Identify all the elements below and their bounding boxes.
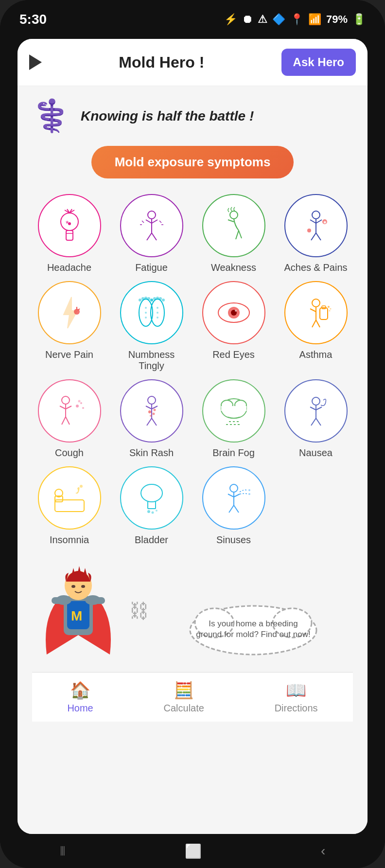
red-eyes-label: Red Eyes xyxy=(212,349,255,360)
svg-line-81 xyxy=(147,418,152,425)
directions-icon: 📖 xyxy=(286,680,306,700)
svg-line-22 xyxy=(239,230,242,238)
svg-line-112 xyxy=(228,494,234,497)
svg-line-97 xyxy=(311,418,316,425)
symptom-cough[interactable]: Cough xyxy=(32,379,106,459)
svg-point-57 xyxy=(312,299,320,307)
svg-text:ground for mold? Find out now!: ground for mold? Find out now! xyxy=(196,630,310,639)
svg-point-75 xyxy=(78,400,80,403)
svg-line-14 xyxy=(152,233,157,240)
svg-point-47 xyxy=(145,307,147,309)
svg-line-82 xyxy=(152,418,157,425)
nav-calculate[interactable]: 🧮 Calculate xyxy=(164,680,204,714)
home-label: Home xyxy=(67,703,93,714)
symptom-weakness[interactable]: Weakness xyxy=(196,194,271,273)
phone-frame: 5:30 ⚡ ⏺ ⚠ 🔷 📍 📶 79% 🔋 Mold Hero ! Ask H… xyxy=(0,0,385,868)
directions-label: Directions xyxy=(275,703,318,714)
promo-section[interactable]: M xyxy=(32,557,353,664)
svg-point-42 xyxy=(150,299,153,301)
svg-line-114 xyxy=(229,505,234,513)
home-icon: 🏠 xyxy=(70,680,90,700)
svg-line-17 xyxy=(159,221,161,223)
svg-point-73 xyxy=(76,405,79,407)
symptom-numbness[interactable]: Numbness Tingly xyxy=(114,281,189,372)
recent-apps-icon[interactable]: ⦀ xyxy=(60,843,66,859)
svg-line-59 xyxy=(310,309,316,312)
symptom-fatigue[interactable]: Fatigue xyxy=(114,194,189,273)
svg-line-113 xyxy=(234,494,240,497)
play-icon[interactable] xyxy=(29,54,42,70)
symptom-sinuses[interactable]: Sinuses xyxy=(196,466,271,546)
svg-point-93 xyxy=(312,397,320,405)
bottom-nav: 🏠 Home 🧮 Calculate 📖 Directions xyxy=(32,672,353,722)
symptom-skin-rash[interactable]: Skin Rash xyxy=(114,379,189,459)
svg-point-48 xyxy=(145,312,147,314)
svg-text:*: * xyxy=(66,220,69,228)
svg-point-31 xyxy=(307,229,311,232)
svg-point-76 xyxy=(82,407,84,409)
hero-section: ⚕️ Knowing is half the battle ! xyxy=(32,98,353,134)
symptoms-grid: * Headache xyxy=(32,194,353,546)
calculate-icon: 🧮 xyxy=(174,680,194,700)
svg-point-51 xyxy=(157,312,158,314)
symptom-nerve-pain[interactable]: Nerve Pain xyxy=(32,281,106,372)
numbness-label: Numbness Tingly xyxy=(114,349,189,372)
symptom-headache[interactable]: * Headache xyxy=(32,194,106,273)
svg-point-64 xyxy=(328,306,330,308)
svg-point-56 xyxy=(235,310,237,312)
battery-text: 79% xyxy=(326,13,348,26)
system-nav: ⦀ ⬜ ‹ xyxy=(0,834,385,868)
svg-line-11 xyxy=(146,220,152,223)
svg-line-98 xyxy=(316,418,321,425)
svg-text:M: M xyxy=(71,608,82,623)
svg-point-50 xyxy=(157,307,158,309)
bluetooth-icon: 🔷 xyxy=(272,13,285,26)
svg-point-0 xyxy=(61,213,78,230)
status-icons: ⚡ ⏺ ⚠ 🔷 📍 📶 79% 🔋 xyxy=(224,13,366,26)
aches-label: Aches & Pains xyxy=(284,262,347,273)
svg-line-25 xyxy=(310,220,316,223)
svg-line-28 xyxy=(316,233,321,240)
svg-point-85 xyxy=(150,415,152,417)
svg-line-13 xyxy=(147,233,152,240)
weakness-label: Weakness xyxy=(211,262,256,273)
symptoms-button[interactable]: Mold exposure symptoms xyxy=(91,146,294,178)
symptom-insomnia[interactable]: Insomnia xyxy=(32,466,106,546)
home-system-icon[interactable]: ⬜ xyxy=(185,843,202,859)
back-icon[interactable]: ‹ xyxy=(321,843,325,859)
svg-line-27 xyxy=(311,233,316,240)
symptom-aches[interactable]: ✱ Aches & Pains xyxy=(279,194,353,273)
svg-text:Is your home a breeding: Is your home a breeding xyxy=(209,619,298,628)
svg-point-116 xyxy=(248,489,250,491)
svg-point-128 xyxy=(81,585,85,588)
nausea-label: Nausea xyxy=(299,447,332,459)
svg-point-49 xyxy=(145,317,147,319)
symptom-nausea[interactable]: Nausea xyxy=(279,379,353,459)
record-icon: ⏺ xyxy=(242,13,253,26)
ask-hero-button[interactable]: Ask Hero xyxy=(281,49,356,76)
skin-rash-label: Skin Rash xyxy=(129,447,174,459)
brain-fog-label: Brain Fog xyxy=(212,447,255,459)
symptom-bladder[interactable]: Bladder xyxy=(114,466,189,546)
svg-point-43 xyxy=(153,297,156,300)
svg-point-65 xyxy=(330,308,331,310)
symptom-asthma[interactable]: Asthma xyxy=(279,281,353,372)
svg-line-26 xyxy=(316,220,322,223)
svg-point-102 xyxy=(80,485,83,488)
nav-home[interactable]: 🏠 Home xyxy=(67,680,93,714)
speech-bubble-svg: Is your home a breeding ground for mold?… xyxy=(180,596,326,664)
svg-point-110 xyxy=(230,484,238,492)
svg-line-12 xyxy=(152,220,158,223)
svg-point-83 xyxy=(148,410,151,413)
svg-point-117 xyxy=(248,493,250,495)
svg-point-84 xyxy=(152,413,155,415)
svg-point-38 xyxy=(141,297,144,300)
svg-line-70 xyxy=(66,406,71,409)
svg-line-15 xyxy=(142,221,144,223)
symptom-brain-fog[interactable]: Brain Fog xyxy=(196,379,271,459)
sinuses-label: Sinuses xyxy=(216,534,251,546)
svg-point-45 xyxy=(159,297,162,300)
symptom-red-eyes[interactable]: Red Eyes xyxy=(196,281,271,372)
time-display: 5:30 xyxy=(19,12,224,27)
nav-directions[interactable]: 📖 Directions xyxy=(275,680,318,714)
